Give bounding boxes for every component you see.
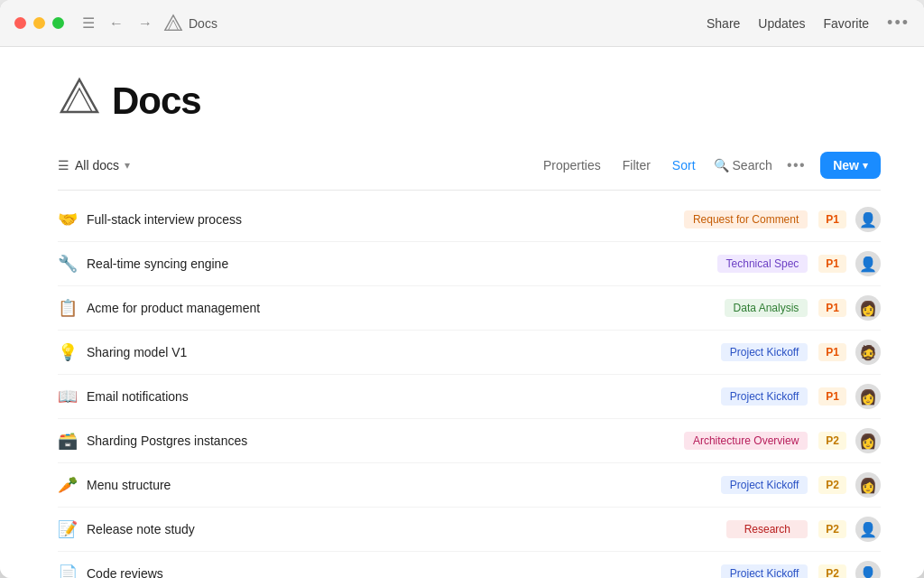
doc-tag: Research — [726, 520, 808, 538]
table-row[interactable]: 📖 Email notifications Project Kickoff P1… — [58, 375, 881, 419]
share-button[interactable]: Share — [707, 16, 740, 31]
doc-name: Full-stack interview process — [87, 212, 684, 227]
doc-name: Menu structure — [87, 478, 721, 492]
table-row[interactable]: 📋 Acme for product management Data Analy… — [58, 286, 881, 331]
app-window: ☰ ← → Docs Share Updates Favorite ••• — [0, 0, 924, 578]
maximize-button[interactable] — [52, 17, 64, 29]
avatar: 🧔 — [855, 340, 881, 365]
app-logo-icon — [163, 14, 183, 33]
page-title: Docs — [112, 79, 201, 123]
avatar: 👤 — [855, 517, 881, 542]
doc-tag: Architecture Overview — [684, 432, 808, 450]
doc-name: Release note study — [87, 522, 726, 536]
filter-button[interactable]: Filter — [619, 156, 654, 174]
doc-emoji: 🥕 — [58, 475, 87, 495]
new-button[interactable]: New ▾ — [820, 152, 881, 179]
sort-button[interactable]: Sort — [669, 156, 699, 174]
page-logo-icon — [58, 76, 101, 126]
doc-priority: P1 — [818, 255, 846, 273]
avatar: 👤 — [855, 561, 881, 578]
table-row[interactable]: 🤝 Full-stack interview process Request f… — [58, 198, 881, 242]
traffic-lights — [14, 17, 64, 29]
avatar: 👩 — [855, 384, 881, 409]
doc-priority: P2 — [818, 520, 846, 538]
avatar: 👩 — [855, 472, 881, 498]
toolbar: ☰ All docs ▾ Properties Filter Sort 🔍 Se… — [58, 152, 881, 191]
app-name: Docs — [189, 16, 217, 31]
doc-emoji: 📖 — [58, 387, 87, 406]
docs-table: 🤝 Full-stack interview process Request f… — [58, 198, 881, 578]
new-button-label: New — [833, 158, 859, 172]
doc-emoji: 🤝 — [58, 210, 87, 229]
doc-priority: P1 — [818, 343, 846, 361]
titlebar: ☰ ← → Docs Share Updates Favorite ••• — [0, 0, 924, 47]
minimize-button[interactable] — [33, 17, 45, 29]
titlebar-actions: Share Updates Favorite ••• — [707, 14, 910, 33]
doc-name: Sharding Postgres instances — [87, 434, 684, 448]
menu-button[interactable]: ☰ — [79, 11, 98, 35]
doc-emoji: 🔧 — [58, 254, 87, 274]
table-row[interactable]: 🔧 Real-time syncing engine Technical Spe… — [58, 242, 881, 286]
doc-name: Code reviews — [87, 566, 721, 578]
doc-name: Sharing model V1 — [87, 345, 721, 359]
doc-name: Email notifications — [87, 389, 721, 404]
doc-emoji: 📄 — [58, 564, 87, 578]
doc-priority: P2 — [818, 564, 846, 578]
search-label: Search — [733, 158, 772, 172]
search-button[interactable]: 🔍 Search — [714, 158, 772, 172]
doc-emoji: 💡 — [58, 342, 87, 362]
doc-tag: Request for Comment — [684, 210, 808, 228]
doc-priority: P1 — [818, 299, 846, 317]
close-button[interactable] — [14, 17, 26, 29]
content-area: Docs ☰ All docs ▾ Properties Filter Sort… — [0, 47, 924, 578]
avatar: 👤 — [855, 251, 881, 276]
doc-tag: Project Kickoff — [721, 387, 808, 406]
doc-emoji: 🗃️ — [58, 431, 87, 451]
avatar: 👩 — [855, 428, 881, 453]
view-selector[interactable]: ☰ All docs ▾ — [58, 158, 130, 172]
table-row[interactable]: 🥕 Menu structure Project Kickoff P2 👩 — [58, 463, 881, 508]
properties-button[interactable]: Properties — [540, 156, 605, 174]
table-row[interactable]: 💡 Sharing model V1 Project Kickoff P1 🧔 — [58, 331, 881, 375]
doc-priority: P2 — [818, 476, 846, 494]
search-icon: 🔍 — [714, 158, 729, 172]
updates-button[interactable]: Updates — [758, 16, 805, 31]
table-row[interactable]: 📄 Code reviews Project Kickoff P2 👤 — [58, 552, 881, 578]
doc-tag: Project Kickoff — [721, 343, 808, 361]
doc-priority: P2 — [818, 432, 846, 450]
doc-tag: Project Kickoff — [721, 476, 808, 494]
doc-tag: Technical Spec — [717, 255, 808, 273]
nav-controls: ☰ ← → — [79, 11, 156, 35]
table-row[interactable]: 📝 Release note study Research P2 👤 — [58, 508, 881, 552]
doc-emoji: 📋 — [58, 298, 87, 318]
doc-emoji: 📝 — [58, 519, 87, 539]
toolbar-more-button[interactable]: ••• — [787, 157, 806, 173]
doc-name: Acme for product management — [87, 301, 725, 315]
table-row[interactable]: 🗃️ Sharding Postgres instances Architect… — [58, 419, 881, 463]
back-button[interactable]: ← — [106, 12, 127, 35]
new-button-chevron-icon: ▾ — [863, 160, 868, 172]
page-header: Docs — [58, 76, 881, 126]
doc-priority: P1 — [818, 387, 846, 406]
more-button[interactable]: ••• — [887, 14, 910, 33]
doc-priority: P1 — [818, 210, 846, 228]
view-label: All docs — [75, 158, 119, 172]
forward-button[interactable]: → — [134, 12, 156, 35]
doc-tag: Project Kickoff — [721, 564, 808, 578]
avatar: 👩 — [855, 295, 881, 321]
avatar: 👤 — [855, 207, 881, 232]
doc-name: Real-time syncing engine — [87, 256, 717, 271]
favorite-button[interactable]: Favorite — [824, 16, 870, 31]
view-chevron-icon: ▾ — [125, 159, 130, 172]
view-icon: ☰ — [58, 158, 69, 172]
app-logo: Docs — [163, 14, 217, 33]
doc-tag: Data Analysis — [725, 299, 808, 317]
